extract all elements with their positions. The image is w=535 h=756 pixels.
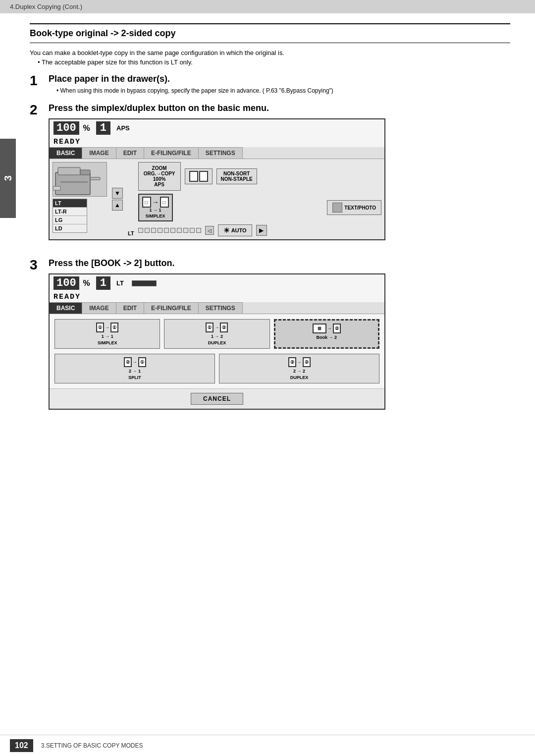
tab-settings-1[interactable]: SETTINGS	[199, 147, 243, 159]
bullet-text: The acceptable paper size for this funct…	[38, 58, 510, 66]
book2-book: ⊞	[313, 324, 326, 333]
split-lbl: SPLIT	[128, 375, 141, 380]
tab-settings-2[interactable]: SETTINGS	[199, 302, 243, 314]
footer: 102 3.SETTING OF BASIC COPY MODES	[0, 735, 535, 756]
tab-efiling-1[interactable]: E-FILING/FILE	[144, 147, 199, 159]
text-photo-icon	[332, 203, 342, 213]
option-split[interactable]: ② → ① 2 → 1 SPLIT	[54, 354, 215, 383]
paper-ltr[interactable]: LT-R	[53, 208, 87, 216]
step-1: 1 Place paper in the drawer(s). When usi…	[30, 74, 510, 94]
step-1-number: 1	[30, 74, 44, 88]
panel1-ready: READY	[50, 137, 384, 147]
d22-p1: ②	[288, 357, 296, 367]
svg-rect-1	[58, 167, 80, 175]
option-duplex-2to2[interactable]: ② → ② 2 → 2 DUPLEX	[219, 354, 379, 383]
svg-rect-0	[55, 172, 90, 195]
simplex-label: SIMPLEX	[146, 214, 165, 218]
book2-icons: ⊞ → ②	[313, 324, 341, 333]
footer-page-number: 102	[10, 739, 33, 752]
panel1-left: LT LT-R LG LD	[53, 162, 107, 236]
step-2-content: Press the simplex/duplex button on the b…	[49, 103, 510, 249]
org-copy-label: ORG.→COPY	[144, 171, 175, 176]
duplex12-icons: ① → ②	[206, 323, 228, 332]
sun-icon: ☀	[223, 226, 230, 234]
nonstaple-label: NON-STAPLE	[221, 176, 253, 182]
dot-5	[164, 228, 169, 233]
page-icon-right	[199, 171, 208, 182]
duplex-options-row2: ② → ① 2 → 1 SPLIT ② → ②	[50, 354, 384, 388]
panel2-paper: LT	[116, 279, 124, 287]
d22-arrow: →	[297, 360, 302, 365]
simplex-icon-row: □ → □	[142, 197, 169, 208]
step-1-content: Place paper in the drawer(s). When using…	[49, 74, 510, 94]
paper-ld[interactable]: LD	[53, 224, 87, 232]
tab-image-1[interactable]: IMAGE	[82, 147, 116, 159]
svg-rect-2	[60, 181, 88, 183]
nonsort-label: NON-SORT	[221, 171, 253, 176]
panel2-ready: READY	[50, 292, 384, 302]
simplex-lbl: SIMPLEX	[98, 340, 117, 345]
duplex22-icons: ② → ②	[288, 357, 311, 367]
dot-4	[158, 228, 162, 233]
s-arrow: →	[105, 325, 109, 330]
step-1-note: When using this mode in bypass copying, …	[56, 87, 510, 94]
paper-lg[interactable]: LG	[53, 216, 87, 224]
panel1-zoom: 100	[54, 121, 79, 135]
sp-p1: ②	[124, 357, 132, 367]
text-photo-btn[interactable]: TEXT/PHOTO	[327, 200, 381, 215]
paper-lt[interactable]: LT	[53, 199, 87, 208]
dot-3	[151, 228, 156, 233]
dot-1	[138, 228, 143, 233]
auto-btn[interactable]: ☀ AUTO	[218, 224, 252, 236]
duplex22-arrow-val: 2 → 2	[293, 369, 305, 374]
arrow-up[interactable]: ▲	[112, 200, 123, 211]
tab-edit-2[interactable]: EDIT	[116, 302, 144, 314]
simplex-arrow-val: 1 → 1	[102, 334, 113, 339]
s-p2: ①	[110, 323, 118, 332]
tab-basic-2[interactable]: BASIC	[50, 302, 82, 314]
zoom-copy-btn[interactable]: ZOOM ORG.→COPY 100% APS	[138, 162, 181, 191]
arrow-down[interactable]: ▼	[112, 188, 123, 199]
simplex-arrow-label: 1 → 1	[150, 208, 161, 213]
controls-row-2: □ → □ 1 → 1 SIMPLEX	[138, 194, 381, 221]
panel2-percent: %	[83, 279, 90, 288]
speaker-icon[interactable]: ◁	[205, 226, 214, 235]
option-book2[interactable]: ⊞ → ② Book → 2	[274, 319, 379, 349]
duplex-icon-row	[189, 171, 208, 182]
tab-edit-1[interactable]: EDIT	[116, 147, 144, 159]
duplex-options-row1: ① → ① 1 → 1 SIMPLEX ① → ②	[50, 314, 384, 354]
tab-image-2[interactable]: IMAGE	[82, 302, 116, 314]
option-duplex-1to2[interactable]: ① → ② 1 → 2 DUPLEX	[164, 319, 269, 349]
nav-arrows: ▼ ▲	[112, 162, 123, 236]
step-2-number: 2	[30, 103, 44, 117]
d12-p2: ②	[220, 323, 228, 332]
progress-bar	[132, 280, 157, 286]
book2-arrow: →	[327, 326, 332, 331]
step-3-heading: Press the [BOOK -> 2] button.	[49, 258, 510, 269]
step-3-number: 3	[30, 258, 44, 272]
main-content: Book-type original -> 2-sided copy You c…	[0, 13, 535, 437]
tab-efiling-2[interactable]: E-FILING/FILE	[144, 302, 199, 314]
side-tab: 3	[0, 139, 16, 218]
tab-basic-1[interactable]: BASIC	[50, 147, 82, 159]
panel2-zoom: 100	[54, 276, 79, 290]
dot-9	[190, 228, 195, 233]
aps-label: APS	[144, 182, 175, 187]
duplex-icon-btn[interactable]	[185, 168, 213, 184]
printer-svg	[53, 162, 103, 197]
cancel-button[interactable]: CANCEL	[191, 393, 243, 405]
svg-rect-5	[90, 177, 100, 180]
nonsort-btn[interactable]: NON-SORT NON-STAPLE	[216, 168, 257, 184]
text-photo-label: TEXT/PHOTO	[344, 205, 376, 211]
panel1-percent: %	[83, 124, 90, 133]
arrow-right-btn[interactable]: ▶	[256, 225, 267, 236]
panel2-copy-count: 1	[96, 276, 110, 290]
simplex-page-icon2: □	[160, 197, 169, 208]
simplex-button[interactable]: □ → □ 1 → 1 SIMPLEX	[138, 194, 173, 221]
book2-lbl: Book → 2	[317, 335, 337, 340]
option-simplex[interactable]: ① → ① 1 → 1 SIMPLEX	[54, 319, 160, 349]
page-icon-left	[189, 171, 198, 182]
step-2: 2 Press the simplex/duplex button on the…	[30, 103, 510, 249]
footer-text: 3.SETTING OF BASIC COPY MODES	[41, 742, 143, 749]
section-title-block: Book-type original -> 2-sided copy	[30, 23, 510, 43]
